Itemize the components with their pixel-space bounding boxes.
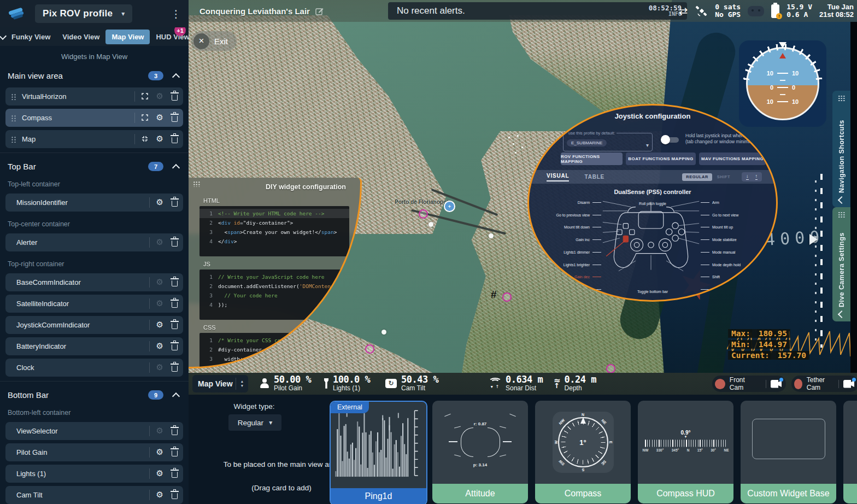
card-partial[interactable] [843,401,857,503]
card-attitude[interactable]: r: 0.87 p: 3.14 Attitude [432,401,528,503]
widget-row-virtualhorizon[interactable]: VirtualHorizon ⚙ [5,87,183,106]
tether-cam-button[interactable]: Tether Cam [791,376,857,392]
gear-icon[interactable]: ⚙ [156,92,163,101]
tab-funky-view[interactable]: Funky View [5,30,56,44]
fullscreen-icon[interactable] [142,93,148,99]
html-code-editor[interactable]: <!-- Write your HTML code here --> <div … [199,206,349,256]
gear-icon[interactable]: ⚙ [156,238,163,247]
drag-handle-icon[interactable] [11,93,16,100]
widget-row-viewselector[interactable]: ViewSelector ⚙ [5,422,183,440]
pilot-gain-indicator[interactable]: 50.00 %Pilot Gain [260,375,311,391]
trash-icon[interactable] [172,429,178,435]
tab-video-view[interactable]: Video View [56,30,105,44]
joystick-config-panel[interactable]: Joystick configuration use this profile … [527,104,778,302]
trash-icon[interactable] [172,302,178,308]
sonar-distance-indicator[interactable]: ▾ ↑ 0.634 mSonar Dist [489,375,543,391]
widget-row-clock[interactable]: Clock ⚙ [5,359,183,377]
gear-icon[interactable]: ⚙ [156,300,163,308]
gear-icon[interactable]: ⚙ [156,114,163,122]
gear-icon[interactable]: ⚙ [156,278,163,286]
depth-indicator[interactable]: ≈↑ 0.24 mDepth [554,375,596,391]
widget-row-missionidentifier[interactable]: MissionIdentifier ⚙ [5,194,183,212]
vehicle-marker[interactable]: + [444,201,455,212]
gear-icon[interactable]: ⚙ [156,321,163,329]
trash-icon[interactable] [172,450,178,456]
widget-row-map[interactable]: Map ⚙ [5,130,183,148]
gear-icon[interactable]: ⚙ [156,470,163,478]
section-main-view-area[interactable]: Main view area 3 [0,64,189,84]
satellite-icon[interactable] [695,4,708,17]
lights-indicator[interactable]: 100.0 %Lights (1) [324,375,370,391]
map-marker-pink[interactable] [606,364,615,373]
profile-selector[interactable]: Pix ROV profile ▾ [35,4,132,23]
card-compass[interactable]: 1° N NE E SE S SW W NW Compass [535,401,631,503]
trash-icon[interactable] [172,241,178,247]
section-top-bar[interactable]: Top Bar 7 [0,153,189,175]
kebab-menu-icon[interactable]: ⋮ [170,8,182,20]
rov-functions-mapping-button[interactable]: ROV FUNCTIONS MAPPING [561,153,623,165]
trash-icon[interactable] [172,493,178,499]
map-marker-pink[interactable] [419,209,428,219]
trash-icon[interactable] [172,116,178,122]
trash-icon[interactable] [172,323,178,329]
mode-regular-chip[interactable]: REGULAR [682,173,712,181]
front-cam-button[interactable]: Front Cam [712,376,786,392]
view-selector-dropdown[interactable]: Map View ▴▾ [192,375,248,392]
widget-row-joystickcommindicator[interactable]: JoystickCommIndicator ⚙ [5,316,183,334]
view-stepper-icon[interactable]: ▴▾ [236,378,248,390]
mode-shift-chip[interactable]: SHIFT [713,173,734,181]
widget-row-lights[interactable]: Lights (1) ⚙ [5,465,183,483]
trash-icon[interactable] [172,472,178,478]
section-bottom-bar[interactable]: Bottom Bar 9 [0,381,189,403]
widget-row-pilotgain[interactable]: Pilot Gain ⚙ [5,443,183,461]
tab-dive-camera-settings[interactable]: Dive Camera Settings [832,207,850,321]
upload-mapping-icon[interactable]: ↑ [755,174,758,180]
joystick-status-icon[interactable] [748,6,764,16]
tab-visual[interactable]: VISUAL [547,173,569,181]
map-marker-white[interactable] [489,233,494,238]
mav-functions-mapping-button[interactable]: MAV FUNCTIONS MAPPING [699,153,766,165]
js-code-editor[interactable]: // Write your JavaScript code here docum… [199,269,349,320]
gear-icon[interactable]: ⚙ [156,342,163,350]
cam-tilt-indicator[interactable]: ↻ 50.43 %Cam Tilt [385,375,438,391]
gear-icon[interactable]: ⚙ [156,448,163,456]
play-icon[interactable] [809,234,818,245]
collapse-tabs-button[interactable] [0,33,5,40]
gear-icon[interactable]: ⚙ [156,198,163,207]
trash-icon[interactable] [172,95,178,101]
chevron-up-icon[interactable] [172,392,180,400]
card-compass-hud[interactable]: 0.9° ▼ NW 330° 345° N 15° 30° NE Compass… [638,401,733,503]
chevron-up-icon[interactable] [172,73,180,80]
chevron-up-icon[interactable] [172,163,180,171]
alert-banner[interactable]: No recent alerts. 08:52:59 INFO [388,2,687,20]
trash-icon[interactable] [172,366,178,372]
widget-type-select[interactable]: Regular ▾ [228,414,281,431]
map-marker-pink[interactable] [502,292,512,302]
tab-table[interactable]: TABLE [584,174,604,180]
trash-icon[interactable] [172,137,178,143]
comm-swap-icon[interactable]: ⇄ [679,5,688,17]
drag-handle-icon[interactable] [11,136,16,143]
gear-icon[interactable]: ⚙ [156,135,163,143]
card-ping1d[interactable]: External Ping1d [330,401,427,504]
fullscreen-icon[interactable] [142,114,148,121]
trash-icon[interactable] [172,344,178,350]
widget-row-batteryindicator[interactable]: BatteryIndicator ⚙ [5,337,183,355]
trash-icon[interactable] [172,201,178,207]
map-marker-white[interactable] [428,222,433,227]
map-marker-white[interactable] [381,330,386,335]
virtual-horizon-widget[interactable]: 1010 00 1010 [739,40,826,127]
tab-navigation-shortcuts[interactable]: Navigation Shortcuts [832,91,850,207]
edit-mission-icon[interactable] [315,7,324,15]
drag-handle-icon[interactable] [193,181,200,187]
gear-icon[interactable]: ⚙ [156,427,163,435]
trash-icon[interactable] [172,280,178,286]
gear-icon[interactable]: ⚙ [156,364,163,372]
widget-row-satelliteindicator[interactable]: SatelliteIndicator ⚙ [5,295,183,313]
map-marker-pink[interactable] [365,344,374,354]
exit-edit-mode-button[interactable]: × Exit [191,31,237,51]
boat-functions-mapping-button[interactable]: BOAT FUNCTIONS MAPPING [626,153,696,165]
gear-icon[interactable]: ⚙ [156,491,163,499]
battery-icon[interactable]: ! [771,4,779,18]
widget-row-alerter[interactable]: Alerter ⚙ [5,233,183,251]
